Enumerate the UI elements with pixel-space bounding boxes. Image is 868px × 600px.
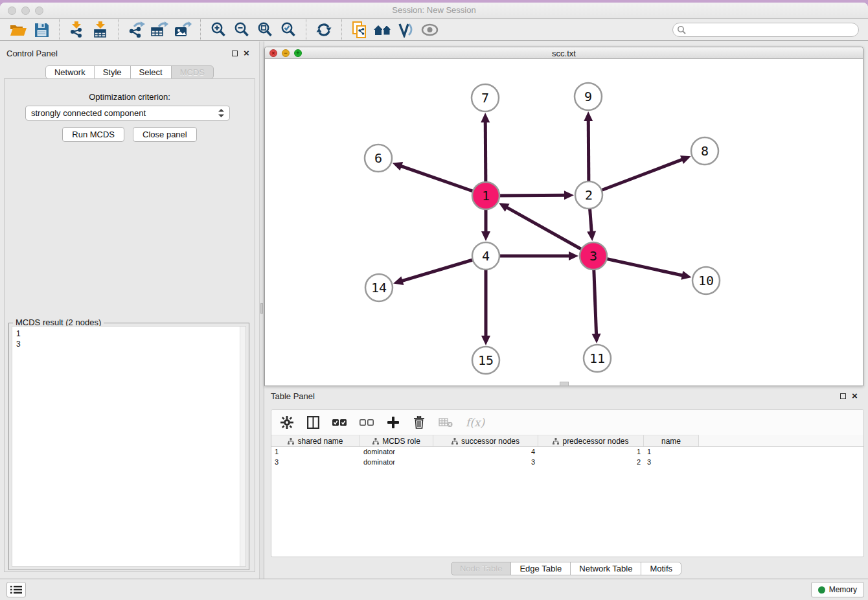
control-panel-title: Control Panel [6,49,58,58]
graph-node-7[interactable]: 7 [472,84,499,111]
tab-select[interactable]: Select [130,65,172,79]
zoom-out-icon[interactable] [230,20,253,40]
zoom-fit-icon[interactable] [253,20,277,40]
graph-node-6[interactable]: 6 [365,144,392,172]
deselect-all-checkboxes-icon[interactable] [360,418,374,427]
column-header-successor-nodes[interactable]: successor nodes [433,435,538,447]
vertical-splitter[interactable] [259,41,264,579]
tab-node-table[interactable]: Node Table [451,562,512,575]
open-session-icon[interactable] [6,20,30,40]
tab-network-table[interactable]: Network Table [570,562,641,575]
close-panel-button[interactable]: Close panel [133,127,197,142]
run-mcds-button[interactable]: Run MCDS [62,127,124,142]
graph-edge-2-8[interactable] [589,156,691,195]
tab-network[interactable]: Network [45,65,95,79]
apply-style-icon[interactable] [394,20,418,40]
graph-edge-3-10[interactable] [593,256,692,280]
add-column-icon[interactable] [387,417,400,428]
close-table-panel-icon[interactable]: × [852,393,858,399]
tab-mcds[interactable]: MCDS [171,65,214,79]
show-hide-icon[interactable] [418,20,441,40]
graph-edge-1-6[interactable] [393,162,486,196]
table-cell[interactable]: 2 [538,457,644,468]
graph-node-2[interactable]: 2 [575,181,602,209]
table-row[interactable]: 3dominator323 [271,457,863,468]
table-columns-icon[interactable] [306,416,319,429]
node-label: 14 [371,280,387,295]
delete-table-icon [439,417,453,428]
import-table-icon[interactable] [89,20,112,40]
graph-edge-4-14[interactable] [393,256,486,285]
column-type-icon [288,438,294,444]
toolbar-separator [341,19,342,40]
column-header-name[interactable]: name [644,435,699,447]
graph-edge-3-1[interactable] [499,203,593,256]
table-cell[interactable]: 3 [433,457,538,468]
table-cell[interactable]: dominator [360,447,433,457]
edge-arrowhead [569,251,578,260]
search-box [672,23,859,37]
export-table-icon[interactable] [148,20,171,40]
float-table-panel-icon[interactable] [840,393,846,399]
zoom-in-icon[interactable] [207,20,230,40]
save-session-icon[interactable] [30,20,53,40]
splitter-handle[interactable] [260,303,263,314]
graph-node-15[interactable]: 15 [472,347,499,374]
task-history-button[interactable] [6,582,26,597]
node-label: 15 [478,352,494,368]
first-neighbors-icon[interactable] [371,20,394,40]
graph-node-10[interactable]: 10 [692,267,720,294]
float-panel-icon[interactable] [232,51,238,56]
close-panel-icon[interactable]: × [244,50,249,56]
graph-node-3[interactable]: 3 [580,242,607,270]
node-label: 3 [589,248,597,264]
tab-edge-table[interactable]: Edge Table [510,562,571,575]
select-all-checkboxes-icon[interactable] [332,418,347,427]
delete-column-icon[interactable] [413,416,426,429]
edge-arrowhead [564,190,574,200]
table-settings-gear-icon[interactable] [280,416,293,429]
column-header-shared-name[interactable]: shared name [271,435,360,447]
network-window-title: scc.txt [265,49,863,58]
table-cell[interactable]: dominator [360,457,433,468]
search-input[interactable] [672,23,859,37]
graph-node-9[interactable]: 9 [575,83,602,110]
mcds-result-groupbox: MCDS result (2 nodes) 1 3 [8,323,249,570]
tab-style[interactable]: Style [94,65,131,79]
tab-motifs[interactable]: Motifs [641,562,681,575]
table-cell[interactable]: 3 [271,457,360,468]
table-cell[interactable]: 1 [271,447,360,457]
mcds-result-area[interactable]: 1 3 [12,326,246,567]
export-image-icon[interactable] [171,20,194,40]
column-header-predecessor-nodes[interactable]: predecessor nodes [538,435,644,447]
optimization-criterion-dropdown[interactable]: strongly connected component [25,106,230,121]
table-cell[interactable]: 1 [644,447,699,457]
import-network-icon[interactable] [65,20,89,40]
column-type-icon [451,438,458,444]
network-window-titlebar[interactable]: × − + scc.txt [265,47,863,59]
edge-arrowhead [393,276,404,284]
table-cell[interactable]: 4 [433,447,538,457]
table-panel-tabs: Node TableEdge TableNetwork TableMotifs [264,562,868,575]
table-panel-buttons: × [840,393,858,399]
table-row[interactable]: 1dominator411 [271,447,863,457]
graph-node-11[interactable]: 11 [584,345,611,372]
export-network-icon[interactable] [124,20,148,40]
graph-node-1[interactable]: 1 [472,182,499,209]
graph-node-8[interactable]: 8 [691,137,718,165]
memory-button[interactable]: Memory [811,582,864,597]
node-label: 11 [589,351,605,366]
network-canvas[interactable]: 7968124314101511 [265,60,863,386]
result-scrollbar[interactable] [240,327,246,566]
horizontal-splitter-handle[interactable] [560,382,569,386]
clone-network-icon[interactable] [348,20,371,40]
graph-node-4[interactable]: 4 [472,242,499,270]
table-cell[interactable]: 3 [644,457,699,468]
edge-arrowhead [481,113,490,122]
refresh-network-icon[interactable] [312,20,336,40]
column-header-mcds-role[interactable]: MCDS role [360,435,433,447]
zoom-selected-icon[interactable] [277,20,300,40]
graph-node-14[interactable]: 14 [365,274,393,301]
dropdown-arrows-icon [218,109,224,117]
table-cell[interactable]: 1 [538,447,644,457]
